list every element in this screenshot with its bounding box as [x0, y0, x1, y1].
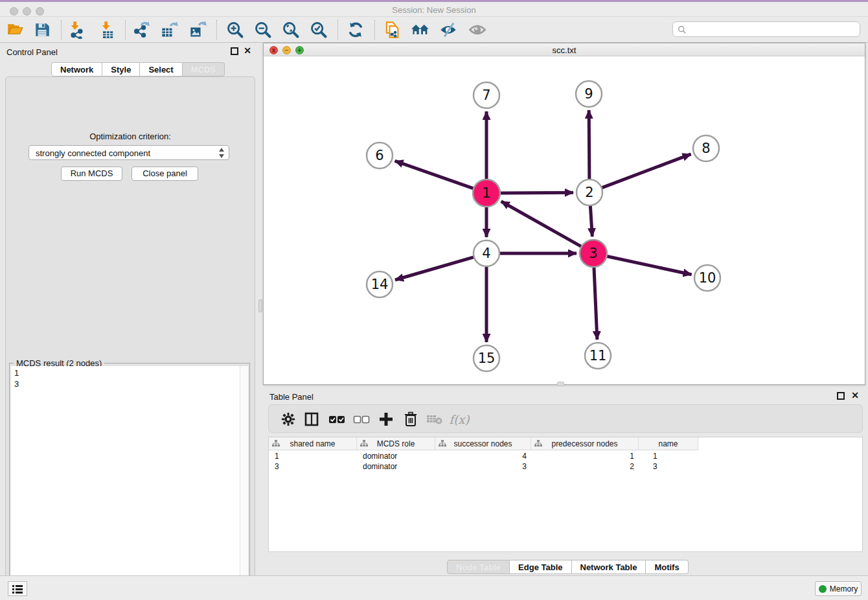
graph-edge-2-3[interactable]: [590, 204, 592, 237]
column-header-predecessor-nodes[interactable]: predecessor nodes: [531, 437, 639, 450]
graph-node-4[interactable]: 4: [474, 240, 499, 266]
table-tab-edge-table[interactable]: Edge Table: [510, 560, 571, 574]
houses-button[interactable]: [409, 19, 431, 40]
vertical-splitter-handle[interactable]: [258, 299, 262, 312]
export-table-button[interactable]: [159, 19, 181, 40]
houses-icon: [411, 21, 430, 38]
graph-node-8[interactable]: 8: [693, 135, 719, 161]
graph-node-9[interactable]: 9: [576, 81, 602, 107]
graph-node-15[interactable]: 15: [474, 345, 499, 371]
graph-edge-3-10[interactable]: [606, 256, 692, 275]
table-cell: 2: [531, 461, 639, 472]
graph-node-10[interactable]: 10: [694, 265, 720, 291]
column-header-MCDS-role[interactable]: MCDS role: [357, 437, 435, 450]
dropdown-stepper-icon: [218, 148, 225, 158]
zoom-fit-button[interactable]: [280, 19, 302, 40]
close-panel-button[interactable]: ✕: [244, 45, 251, 56]
tab-mcds[interactable]: MCDS: [183, 62, 225, 76]
refresh-layout-button[interactable]: [345, 19, 367, 40]
show-eye-icon: [468, 21, 486, 38]
graph-node-14[interactable]: 14: [367, 271, 393, 297]
graph-edge-1-2[interactable]: [499, 192, 573, 193]
close-panel-button-mcds[interactable]: Close panel: [131, 167, 198, 181]
window-title: Session: New Session: [0, 5, 868, 15]
zoom-in-button[interactable]: [224, 19, 246, 40]
graph-edge-3-11[interactable]: [594, 266, 597, 340]
delete-column-button[interactable]: [400, 410, 421, 429]
table-row[interactable]: 3dominator323: [269, 461, 698, 472]
memory-button[interactable]: Memory: [815, 581, 862, 596]
list-icon: [12, 584, 23, 594]
graph-edge-3-1[interactable]: [501, 202, 583, 248]
split-columns-button[interactable]: [301, 410, 322, 429]
open-file-icon: [6, 21, 24, 38]
network-window-titlebar: x − + scc.txt: [264, 43, 865, 56]
horizontal-splitter-handle[interactable]: [557, 382, 564, 386]
graph-node-label: 14: [371, 277, 389, 292]
table-row[interactable]: 1dominator411: [269, 451, 698, 461]
import-table-button[interactable]: [97, 19, 119, 40]
column-header-successor-nodes[interactable]: successor nodes: [435, 437, 531, 450]
export-image-button[interactable]: [187, 19, 209, 40]
run-mcds-button[interactable]: Run MCDS: [61, 167, 122, 181]
table-float-button[interactable]: [837, 392, 845, 400]
graph-node-2[interactable]: 2: [577, 179, 602, 205]
table-panel: Table Panel ✕: [263, 387, 868, 575]
result-scrollbar[interactable]: [240, 366, 248, 600]
tab-style[interactable]: Style: [102, 62, 140, 76]
table-close-button[interactable]: ✕: [851, 390, 859, 400]
function-fx-button: f(x): [449, 410, 470, 429]
zoom-selected-button[interactable]: [308, 19, 330, 40]
graph-edge-2-8[interactable]: [600, 154, 691, 189]
graph-node-1[interactable]: 1: [473, 179, 500, 207]
import-network-button[interactable]: [65, 19, 87, 40]
float-panel-button[interactable]: [231, 47, 238, 55]
add-column-button[interactable]: [376, 410, 396, 429]
graph-edge-1-6[interactable]: [395, 161, 475, 189]
settings-gear-button[interactable]: [278, 410, 299, 429]
tab-select[interactable]: Select: [140, 62, 182, 76]
graph-edge-2-9[interactable]: [589, 110, 589, 181]
save-session-button[interactable]: [31, 19, 53, 40]
column-header-shared-name[interactable]: shared name: [269, 437, 357, 450]
graph-edge-4-14[interactable]: [395, 257, 475, 280]
table-tab-motifs[interactable]: Motifs: [646, 560, 688, 574]
graph-node-3[interactable]: 3: [580, 240, 607, 267]
graph-node-11[interactable]: 11: [585, 343, 611, 369]
search-input[interactable]: [689, 23, 856, 35]
column-header-name[interactable]: name: [639, 437, 698, 450]
table-cell: dominator: [357, 451, 435, 461]
open-file-button[interactable]: [4, 19, 26, 40]
deselect-checkboxes-button[interactable]: [351, 410, 372, 429]
graph-node-7[interactable]: 7: [474, 82, 499, 108]
save-session-icon: [34, 21, 51, 38]
application-window: Session: New Session: [0, 0, 868, 600]
zoom-out-button[interactable]: [252, 19, 274, 40]
tab-network[interactable]: Network: [51, 62, 102, 76]
table-tab-network-table[interactable]: Network Table: [572, 560, 646, 574]
graph-node-6[interactable]: 6: [367, 143, 393, 168]
duplicate-network-button[interactable]: [381, 19, 403, 40]
toolbar-separator: [337, 20, 338, 40]
graph-node-label: 7: [482, 87, 490, 103]
table-cell: 3: [639, 461, 698, 472]
network-canvas[interactable]: 7968124314101511: [264, 56, 865, 384]
memory-label: Memory: [830, 584, 858, 594]
show-eye-button[interactable]: [466, 19, 488, 40]
delete-table-icon: [426, 413, 443, 426]
hide-eye-button[interactable]: [437, 19, 459, 40]
hierarchy-icon: [272, 440, 280, 448]
hierarchy-icon: [360, 440, 368, 448]
task-history-button[interactable]: [8, 581, 27, 596]
zoom-out-icon: [254, 21, 272, 39]
criterion-dropdown[interactable]: strongly connected component: [29, 145, 229, 160]
network-view-window: x − + scc.txt 7968124314101511: [263, 43, 865, 385]
export-network-button[interactable]: [130, 19, 152, 40]
table-tab-node-table[interactable]: Node Table: [447, 560, 510, 574]
optimization-criterion-label: Optimization criterion:: [0, 132, 260, 141]
select-all-checkboxes-button[interactable]: [326, 410, 347, 429]
toolbar-separator: [125, 20, 126, 40]
mcds-result-list[interactable]: 1 3: [11, 366, 240, 600]
control-panel-title: Control Panel: [6, 47, 58, 57]
delete-table-button: [424, 410, 445, 429]
